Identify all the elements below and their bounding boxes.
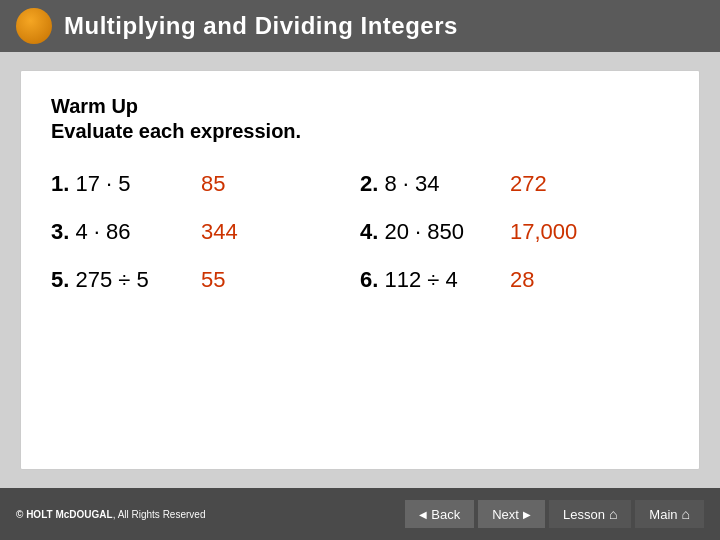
header: Multiplying and Dividing Integers xyxy=(0,0,720,52)
problem-row-4: 4. 20 · 850 17,000 xyxy=(360,219,669,245)
next-button[interactable]: Next ▶ xyxy=(478,500,545,528)
problem-1-answer: 85 xyxy=(201,171,225,197)
footer: © HOLT McDOUGAL, All Rights Reserved ◀ B… xyxy=(0,488,720,540)
next-label: Next xyxy=(492,507,519,522)
lesson-button[interactable]: Lesson ⌂ xyxy=(549,500,631,528)
problem-row-6: 6. 112 ÷ 4 28 xyxy=(360,267,669,293)
problem-1-number: 1. xyxy=(51,171,69,196)
problem-6-answer: 28 xyxy=(510,267,534,293)
content-area: Warm Up Evaluate each expression. 1. 17 … xyxy=(20,70,700,470)
problem-3-number: 3. xyxy=(51,219,69,244)
problem-row-2: 2. 8 · 34 272 xyxy=(360,171,669,197)
warm-up-subtitle: Evaluate each expression. xyxy=(51,120,669,143)
main-home-icon: ⌂ xyxy=(682,506,690,522)
problem-2-number: 2. xyxy=(360,171,378,196)
problem-row-3: 3. 4 · 86 344 xyxy=(51,219,360,245)
problem-4-number: 4. xyxy=(360,219,378,244)
main-button[interactable]: Main ⌂ xyxy=(635,500,704,528)
problem-4-text: 4. 20 · 850 xyxy=(360,219,490,245)
problem-row-5: 5. 275 ÷ 5 55 xyxy=(51,267,360,293)
problem-5-text: 5. 275 ÷ 5 xyxy=(51,267,181,293)
problem-2-answer: 272 xyxy=(510,171,547,197)
problem-1-text: 1. 17 · 5 xyxy=(51,171,181,197)
problem-4-answer: 17,000 xyxy=(510,219,577,245)
problem-2-text: 2. 8 · 34 xyxy=(360,171,490,197)
main-label: Main xyxy=(649,507,677,522)
nav-buttons: ◀ Back Next ▶ Lesson ⌂ Main ⌂ xyxy=(405,500,704,528)
back-label: Back xyxy=(431,507,460,522)
lesson-label: Lesson xyxy=(563,507,605,522)
header-title: Multiplying and Dividing Integers xyxy=(64,12,458,40)
lesson-home-icon: ⌂ xyxy=(609,506,617,522)
footer-copyright: © HOLT McDOUGAL, All Rights Reserved xyxy=(16,509,205,520)
header-icon xyxy=(16,8,52,44)
problem-row-1: 1. 17 · 5 85 xyxy=(51,171,360,197)
problem-6-number: 6. xyxy=(360,267,378,292)
next-arrow-icon: ▶ xyxy=(523,509,531,520)
back-button[interactable]: ◀ Back xyxy=(405,500,474,528)
back-arrow-icon: ◀ xyxy=(419,509,427,520)
warm-up-title: Warm Up xyxy=(51,95,669,118)
copyright-text: , All Rights Reserved xyxy=(113,509,206,520)
problems-grid: 1. 17 · 5 85 2. 8 · 34 272 3. 4 · 86 344… xyxy=(51,171,669,293)
problem-3-text: 3. 4 · 86 xyxy=(51,219,181,245)
problem-6-text: 6. 112 ÷ 4 xyxy=(360,267,490,293)
problem-5-number: 5. xyxy=(51,267,69,292)
problem-5-answer: 55 xyxy=(201,267,225,293)
problem-3-answer: 344 xyxy=(201,219,238,245)
brand-name: © HOLT McDOUGAL xyxy=(16,509,113,520)
